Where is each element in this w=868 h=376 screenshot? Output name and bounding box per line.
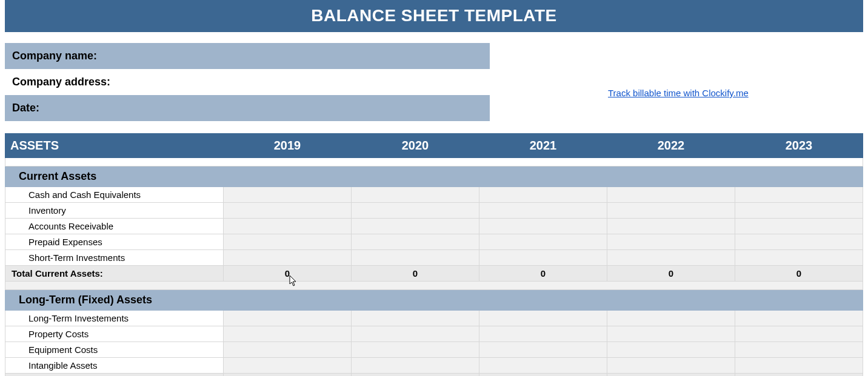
row-label: Inventory — [5, 203, 224, 219]
cell[interactable] — [735, 342, 863, 358]
total-label: Total Long-Term (Fixed) Assets: — [5, 374, 224, 377]
cell[interactable] — [352, 311, 479, 326]
cell[interactable] — [224, 219, 352, 234]
cell[interactable] — [735, 187, 863, 203]
company-address-label[interactable]: Company address: — [5, 69, 490, 95]
total-cell: 0 — [352, 266, 479, 282]
row-label: Property Costs — [5, 326, 224, 342]
row-label: Long-Term Investements — [5, 311, 224, 326]
year-header: 2022 — [607, 134, 735, 158]
total-cell: 0 — [735, 374, 863, 377]
total-cell: 0 — [735, 266, 863, 282]
total-cell: 0 — [224, 266, 352, 282]
total-longterm-assets: Total Long-Term (Fixed) Assets: 0 0 0 0 … — [5, 374, 863, 377]
table-row[interactable]: Long-Term Investements — [5, 311, 863, 326]
cell[interactable] — [479, 219, 607, 234]
cell[interactable] — [607, 234, 735, 250]
cell[interactable] — [735, 250, 863, 266]
row-label: Cash and Cash Equivalents — [5, 187, 224, 203]
total-current-assets: Total Current Assets: 0 0 0 0 0 — [5, 266, 863, 282]
year-header: 2021 — [479, 134, 607, 158]
cell[interactable] — [352, 358, 479, 374]
year-header: 2019 — [224, 134, 352, 158]
table-row[interactable]: Accounts Receivable — [5, 219, 863, 234]
total-cell: 0 — [224, 374, 352, 377]
cell[interactable] — [735, 358, 863, 374]
cell[interactable] — [224, 326, 352, 342]
table-row[interactable]: Equipment Costs — [5, 342, 863, 358]
cell[interactable] — [352, 187, 479, 203]
cell[interactable] — [735, 326, 863, 342]
cell[interactable] — [479, 250, 607, 266]
cell[interactable] — [352, 219, 479, 234]
cell[interactable] — [224, 234, 352, 250]
cell[interactable] — [224, 187, 352, 203]
spacer-row — [5, 282, 863, 290]
total-cell: 0 — [607, 374, 735, 377]
table-row[interactable]: Short-Term Investments — [5, 250, 863, 266]
row-label: Accounts Receivable — [5, 219, 224, 234]
date-label[interactable]: Date: — [5, 95, 490, 121]
cell[interactable] — [607, 311, 735, 326]
cell[interactable] — [352, 203, 479, 219]
section-title: Current Assets — [5, 167, 863, 187]
row-label: Intangible Assets — [5, 358, 224, 374]
cell[interactable] — [352, 250, 479, 266]
row-label: Equipment Costs — [5, 342, 224, 358]
cell[interactable] — [607, 342, 735, 358]
clockify-link-text[interactable]: Track billable time with Clockify.me — [608, 88, 749, 98]
cell[interactable] — [607, 187, 735, 203]
total-label: Total Current Assets: — [5, 266, 224, 282]
cell[interactable] — [607, 250, 735, 266]
cell[interactable] — [479, 234, 607, 250]
cell[interactable] — [479, 311, 607, 326]
cell[interactable] — [224, 311, 352, 326]
table-header-row: ASSETS 2019 2020 2021 2022 2023 — [5, 134, 863, 158]
cell[interactable] — [735, 219, 863, 234]
cell[interactable] — [479, 203, 607, 219]
company-name-label[interactable]: Company name: — [5, 43, 490, 69]
year-header: 2023 — [735, 134, 863, 158]
total-cell: 0 — [352, 374, 479, 377]
clockify-link[interactable]: Track billable time with Clockify.me — [608, 88, 749, 98]
row-label: Prepaid Expenses — [5, 234, 224, 250]
spacer-row — [5, 158, 863, 167]
cell[interactable] — [607, 219, 735, 234]
info-block: Company name: Company address: Date: Tra… — [5, 43, 863, 121]
cell[interactable] — [735, 203, 863, 219]
section-longterm-assets: Long-Term (Fixed) Assets — [5, 290, 863, 311]
table-row[interactable]: Prepaid Expenses — [5, 234, 863, 250]
section-current-assets: Current Assets — [5, 167, 863, 187]
assets-table[interactable]: ASSETS 2019 2020 2021 2022 2023 Current … — [5, 133, 863, 376]
table-row[interactable]: Intangible Assets — [5, 358, 863, 374]
cell[interactable] — [607, 203, 735, 219]
cell[interactable] — [224, 250, 352, 266]
row-label: Short-Term Investments — [5, 250, 224, 266]
cell[interactable] — [352, 326, 479, 342]
section-title: Long-Term (Fixed) Assets — [5, 290, 863, 311]
total-cell: 0 — [479, 266, 607, 282]
total-cell: 0 — [607, 266, 735, 282]
assets-header: ASSETS — [5, 134, 224, 158]
cell[interactable] — [607, 358, 735, 374]
cell[interactable] — [352, 342, 479, 358]
cell[interactable] — [607, 326, 735, 342]
cell[interactable] — [479, 326, 607, 342]
cell[interactable] — [352, 234, 479, 250]
cell[interactable] — [479, 342, 607, 358]
cell[interactable] — [479, 358, 607, 374]
cell[interactable] — [224, 203, 352, 219]
cell[interactable] — [735, 234, 863, 250]
table-row[interactable]: Inventory — [5, 203, 863, 219]
year-header: 2020 — [352, 134, 479, 158]
cell[interactable] — [224, 358, 352, 374]
page-title: BALANCE SHEET TEMPLATE — [5, 0, 863, 32]
cell[interactable] — [479, 187, 607, 203]
cell[interactable] — [735, 311, 863, 326]
table-row[interactable]: Property Costs — [5, 326, 863, 342]
table-row[interactable]: Cash and Cash Equivalents — [5, 187, 863, 203]
cell[interactable] — [224, 342, 352, 358]
total-cell: 0 — [479, 374, 607, 377]
